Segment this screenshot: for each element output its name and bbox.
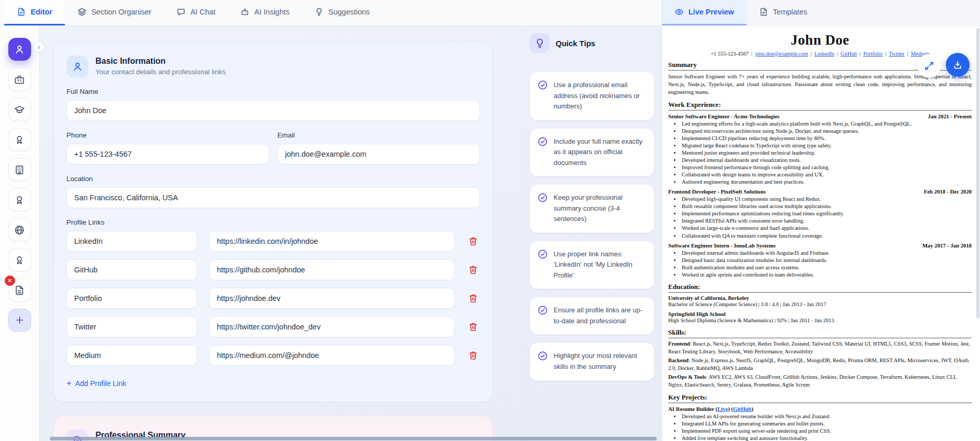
tab-editor[interactable]: Editor <box>4 0 65 25</box>
resume-school: University of California, Berkeley <box>668 295 972 301</box>
resume-bullet: Integrated LLM APIs for generating summa… <box>681 420 972 428</box>
delete-link-button[interactable] <box>466 263 480 277</box>
tab-templates[interactable]: Templates <box>747 0 820 25</box>
tab-live-preview[interactable]: Live Preview <box>662 0 747 25</box>
link-name-input[interactable] <box>66 288 197 309</box>
preview-scrollbar[interactable] <box>976 28 979 319</box>
sidebar-item-ribbon-3[interactable] <box>8 128 31 151</box>
quick-tips-title: Quick Tips <box>556 39 595 48</box>
sidebar-item-ribbon-7[interactable] <box>8 249 31 271</box>
link-url-input[interactable] <box>209 231 454 252</box>
expand-preview-button[interactable] <box>917 54 941 78</box>
link-url-input[interactable] <box>209 345 454 366</box>
resume-bullet: Built reusable component libraries used … <box>681 203 972 210</box>
profile-link-row-medium <box>66 345 480 366</box>
tab-ai-insights[interactable]: AI Insights <box>228 0 302 25</box>
expand-icon <box>924 61 934 71</box>
doc-icon <box>17 7 26 17</box>
tab-section-organiser[interactable]: Section Organiser <box>65 0 164 25</box>
delete-link-button[interactable] <box>466 320 480 334</box>
sidebar-item-person-0[interactable] <box>8 38 31 61</box>
doc-icon <box>759 7 768 17</box>
resume-bullet: Implemented performance optimizations re… <box>681 210 972 217</box>
tip-text: Ensure all profile links are up-to-date … <box>554 305 646 326</box>
add-profile-link-button[interactable]: + Add Profile Link <box>66 379 126 388</box>
sidebar-item-graduation-cap-2[interactable] <box>8 98 31 121</box>
resume-contact-link-portfolio[interactable]: Portfolio <box>863 51 882 57</box>
profile-link-row-linkedin <box>66 231 480 252</box>
tip-card: Use proper link names: 'LinkedIn' not 'M… <box>530 241 654 290</box>
resume-contact-link-linkedin[interactable]: LinkedIn <box>815 51 835 57</box>
trash-icon <box>468 265 478 274</box>
profile-link-row-github <box>66 259 480 280</box>
resume-document: John Doe +1 555-123-4567|john.doe@exampl… <box>668 32 972 441</box>
check-circle-icon <box>537 249 548 281</box>
delete-link-button[interactable] <box>466 349 480 362</box>
email-label: Email <box>278 131 480 139</box>
download-icon <box>953 60 963 70</box>
profile-link-row-twitter <box>66 316 480 337</box>
project-link-live[interactable]: Live <box>717 406 728 412</box>
check-circle-icon <box>537 305 548 326</box>
add-section-button[interactable] <box>8 309 31 332</box>
tab-ai-chat[interactable]: AI Chat <box>164 0 228 25</box>
link-url-input[interactable] <box>209 288 454 309</box>
resume-skill-group: DevOps & Tools: AWS EC2, AWS S3, CloudFr… <box>668 374 972 389</box>
horizontal-scrollbar[interactable] <box>50 437 657 440</box>
link-name-input[interactable] <box>66 259 197 280</box>
resume-contact-link-twitter[interactable]: Twitter <box>889 51 904 57</box>
resume-contact-link-john-doe-example-com[interactable]: john.doe@example.com <box>755 51 808 57</box>
link-name-input[interactable] <box>66 316 197 337</box>
project-link-github[interactable]: GitHub <box>733 406 751 412</box>
resume-bullet: Led engineering efforts for a high-scale… <box>681 120 972 128</box>
sidebar-item-building-4[interactable] <box>8 158 31 181</box>
robot-icon <box>240 7 250 17</box>
sidebar-item-ribbon-5[interactable] <box>8 188 31 211</box>
sidebar-item-file-8[interactable]: ✕ <box>8 279 31 301</box>
resume-bullet: Improved frontend performance through co… <box>681 164 972 171</box>
trash-icon <box>468 322 478 332</box>
tab-suggestions[interactable]: Suggestions <box>302 0 382 25</box>
layers-icon <box>77 7 87 17</box>
sidebar-item-globe-6[interactable] <box>8 218 31 241</box>
resume-section-heading: Work Experience: <box>668 101 972 111</box>
resume-bullet: Implemented PDF export using server-side… <box>681 428 972 435</box>
basic-information-card: Basic Information Your contact details a… <box>53 42 493 402</box>
editor-panel: Basic Information Your contact details a… <box>39 26 661 441</box>
resume-skill-group: Backend: Node.js, Express.js, NestJS, Gr… <box>668 357 972 373</box>
chat-icon <box>176 7 186 17</box>
link-url-input[interactable] <box>209 259 454 280</box>
error-badge: ✕ <box>5 275 15 286</box>
email-input[interactable] <box>278 144 480 164</box>
plus-icon <box>15 315 25 325</box>
trash-icon <box>468 237 478 246</box>
resume-school: Springfield High School <box>668 311 972 317</box>
resume-bullet: Developed internal admin dashboards with… <box>681 250 972 257</box>
full-name-input[interactable] <box>66 100 480 121</box>
delete-link-button[interactable] <box>466 235 480 248</box>
resume-contact-link-github[interactable]: GitHub <box>840 51 857 57</box>
sidebar-expand-chevron-icon[interactable]: › <box>33 42 45 53</box>
trash-icon <box>468 294 478 303</box>
resume-bullet: Implemented CI/CD pipelines reducing dep… <box>681 135 972 142</box>
location-input[interactable] <box>66 187 480 208</box>
delete-link-button[interactable] <box>466 292 480 305</box>
resume-bullet: Built authentication modules and user ac… <box>681 264 972 271</box>
sidebar-item-briefcase-1[interactable] <box>8 68 31 91</box>
resume-section-heading: Key Projects: <box>668 393 972 403</box>
profile-link-row-portfolio <box>66 288 480 309</box>
resume-job-header: Senior Software Engineer - Acme Technolo… <box>668 113 972 119</box>
link-name-input[interactable] <box>66 345 197 366</box>
phone-label: Phone <box>66 131 269 139</box>
link-url-input[interactable] <box>209 316 454 337</box>
file-icon <box>14 285 25 296</box>
resume-bullet: Collaborated with QA to maintain complet… <box>681 232 972 240</box>
live-preview-panel: John Doe +1 555-123-4567|john.doe@exampl… <box>661 26 980 441</box>
resume-bullet: Developed internal dashboards and visual… <box>681 157 972 164</box>
download-resume-button[interactable] <box>946 53 970 77</box>
resume-job-header: Frontend Developer - PixelSoft Solutions… <box>668 188 972 195</box>
link-name-input[interactable] <box>66 231 197 252</box>
phone-input[interactable] <box>66 144 269 164</box>
location-label: Location <box>66 175 480 183</box>
person-icon <box>66 56 88 77</box>
